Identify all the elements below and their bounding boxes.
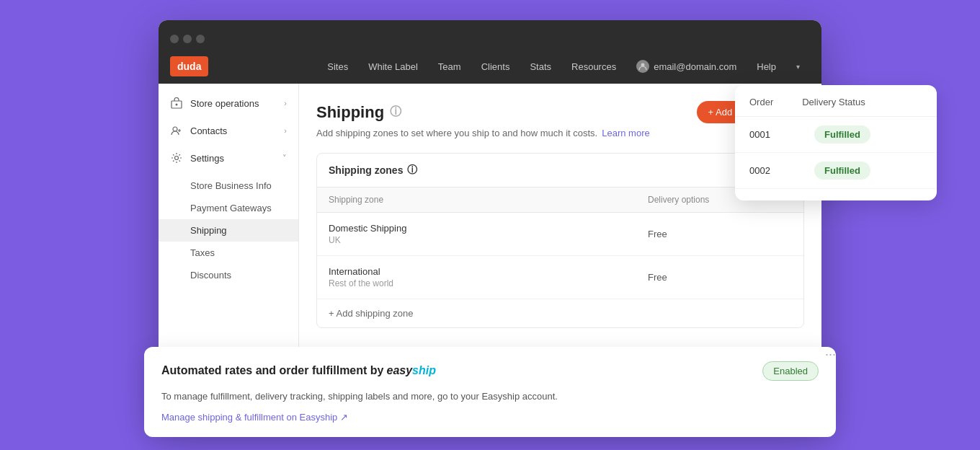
page-subtitle: Add shipping zones to set where you ship… (316, 128, 804, 138)
domestic-delivery-option: Free (648, 229, 792, 239)
nav-item-stats[interactable]: Stats (520, 49, 561, 84)
page-info-icon[interactable]: ⓘ (390, 105, 401, 120)
table-header-row: Shipping zone Delivery options (317, 188, 803, 213)
settings-label: Settings (190, 153, 224, 164)
nav-item-sites[interactable]: Sites (317, 49, 358, 84)
easyship-title: Automated rates and order fulfillment by… (161, 364, 436, 377)
order-col-header: Order (749, 97, 773, 107)
order-row-0002: 0002 Fulfilled (735, 153, 937, 189)
more-options-button[interactable]: ··· (825, 347, 836, 362)
international-delivery-option: Free (648, 272, 792, 283)
svg-point-2 (176, 104, 178, 106)
svg-point-4 (175, 156, 179, 160)
table-row-domestic: Domestic Shipping UK Free (317, 213, 803, 256)
order-row-0001: 0001 Fulfilled (735, 117, 937, 153)
easyship-header: Automated rates and order fulfillment by… (161, 361, 819, 381)
sidebar-sub-item-discounts[interactable]: Discounts (159, 264, 298, 286)
domestic-zone-sub: UK (329, 235, 648, 245)
duda-logo[interactable]: duda (170, 56, 208, 76)
easyship-manage-link[interactable]: Manage shipping & fulfillment on Easyshi… (161, 412, 819, 423)
domestic-zone-name: Domestic Shipping (329, 223, 648, 234)
contacts-chevron: › (284, 126, 287, 135)
order-status-header: Order Delivery Status (735, 97, 937, 117)
nav-item-resources[interactable]: Resources (561, 49, 626, 84)
easyship-logo: easyship (386, 364, 435, 377)
user-email: email@domain.com (654, 61, 736, 72)
store-operations-label: Store operations (190, 98, 259, 109)
domestic-zone-info: Domestic Shipping UK (329, 223, 648, 245)
sidebar-sub-item-store-business-info[interactable]: Store Business Info (159, 175, 298, 197)
order-number-0002: 0002 (749, 165, 793, 176)
nav-item-team[interactable]: Team (428, 49, 471, 84)
shipping-zones-section: Shipping zones ⓘ Shipping zone Delivery … (316, 153, 804, 328)
sidebar-sub-menu: Store Business Info Payment Gateways Shi… (159, 172, 298, 289)
store-operations-chevron: › (284, 99, 287, 107)
sidebar-item-settings[interactable]: Settings ˅ (159, 144, 298, 172)
fulfilled-badge-0002: Fulfilled (814, 162, 870, 180)
svg-point-3 (173, 127, 177, 131)
browser-dot-2 (183, 35, 192, 43)
nav-item-help[interactable]: Help (747, 49, 786, 84)
nav-items: Sites White Label Team Clients Stats Res… (317, 49, 810, 84)
store-operations-icon (170, 97, 183, 110)
order-status-panel: Order Delivery Status 0001 Fulfilled 000… (735, 85, 937, 200)
browser-dot-3 (196, 35, 205, 43)
external-link-icon: ↗ (340, 412, 348, 423)
contacts-label: Contacts (190, 125, 227, 136)
sidebar-item-store-operations[interactable]: Store operations › (159, 89, 298, 117)
user-avatar-icon (636, 60, 649, 73)
easyship-enabled-badge: Enabled (762, 361, 819, 381)
international-zone-sub: Rest of the world (329, 278, 648, 288)
sidebar-sub-item-shipping[interactable]: Shipping (159, 219, 298, 242)
page-title: Shipping ⓘ (316, 103, 401, 122)
sidebar-item-contacts[interactable]: Contacts › (159, 117, 298, 144)
table-row-international: International Rest of the world Free (317, 256, 803, 299)
international-zone-info: International Rest of the world (329, 266, 648, 288)
nav-item-whitelabel[interactable]: White Label (358, 49, 428, 84)
easyship-panel: Automated rates and order fulfillment by… (144, 347, 836, 438)
browser-dot-1 (170, 35, 179, 43)
settings-chevron: ˅ (282, 154, 287, 163)
section-info-icon[interactable]: ⓘ (407, 164, 417, 177)
international-zone-name: International (329, 266, 648, 277)
col-zone-header: Shipping zone (329, 195, 648, 205)
shipping-zones-header: Shipping zones ⓘ (317, 154, 803, 188)
settings-icon (170, 151, 183, 164)
easyship-desc: To manage fulfillment, delivery tracking… (161, 389, 819, 404)
top-nav: duda Sites White Label Team Clients Stat… (159, 49, 821, 84)
fulfilled-badge-0001: Fulfilled (814, 125, 870, 144)
contacts-icon (170, 124, 183, 137)
sidebar-sub-item-payment-gateways[interactable]: Payment Gateways (159, 197, 298, 219)
nav-item-user[interactable]: email@domain.com (626, 49, 747, 84)
add-zone-row[interactable]: + Add shipping zone (317, 299, 803, 327)
sidebar-sub-item-taxes[interactable]: Taxes (159, 242, 298, 264)
nav-item-clients[interactable]: Clients (471, 49, 520, 84)
delivery-status-col-header: Delivery Status (802, 97, 865, 107)
learn-more-link[interactable]: Learn more (602, 128, 649, 138)
order-number-0001: 0001 (749, 129, 793, 140)
nav-dropdown-icon[interactable]: ▾ (786, 49, 810, 84)
